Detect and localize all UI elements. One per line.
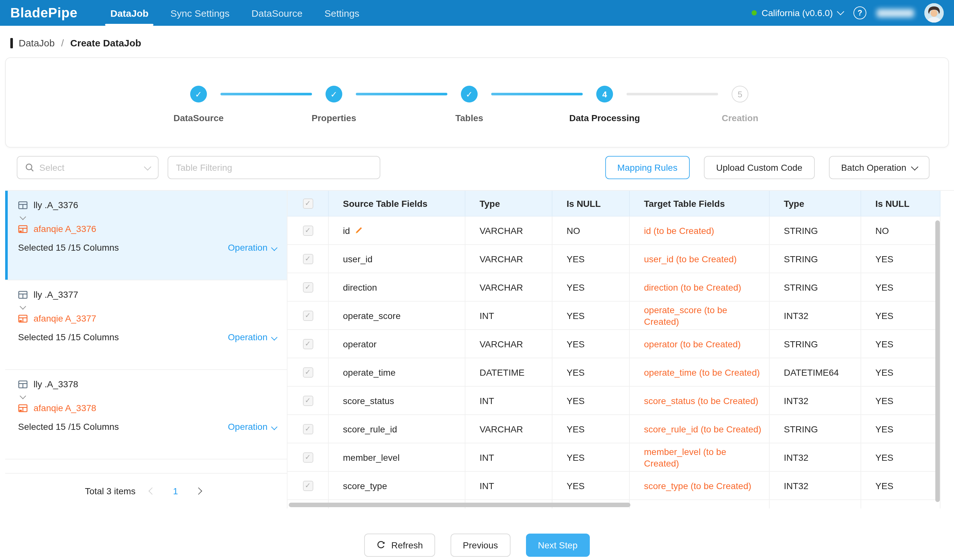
pagination-prev-button[interactable] [144, 483, 161, 499]
source-isnull-cell: YES [552, 330, 630, 358]
horizontal-scrollbar[interactable] [289, 502, 630, 507]
refresh-button[interactable]: Refresh [364, 534, 435, 557]
target-isnull-cell [861, 500, 940, 509]
batch-operation-button[interactable]: Batch Operation [829, 156, 929, 179]
refresh-label: Refresh [391, 540, 423, 550]
stepper-step: ✓ Properties [294, 86, 374, 123]
mapping-rules-button[interactable]: Mapping Rules [605, 156, 690, 179]
row-checkbox[interactable]: ✓ [302, 310, 313, 320]
status-dot-icon [751, 10, 756, 16]
row-checkbox[interactable]: ✓ [302, 424, 313, 434]
row-checkbox-cell: ✓ [287, 472, 329, 500]
source-table-icon [18, 200, 28, 210]
source-field-cell: score_rule_id [329, 415, 465, 443]
toolbar: Select Mapping Rules Upload Custom Code … [17, 156, 929, 179]
source-field-name: score_type [343, 481, 387, 491]
table-list-panel: lly .A_3376 afanqie A_3376 Selected 15 /… [5, 191, 287, 509]
avatar[interactable] [924, 3, 944, 23]
pagination-page-1[interactable]: 1 [169, 486, 182, 496]
row-checkbox-cell: ✓ [287, 387, 329, 415]
target-isnull-cell: YES [861, 415, 940, 443]
nav-item[interactable]: DataSource [240, 0, 313, 26]
step-label: Data Processing [569, 113, 640, 123]
row-checkbox[interactable]: ✓ [302, 339, 313, 349]
target-isnull-cell: YES [861, 472, 940, 500]
nav-item[interactable]: Settings [313, 0, 370, 26]
target-field-cell: score_type (to be Created) [630, 472, 770, 500]
target-field-cell: direction (to be Created) [630, 273, 770, 302]
chevron-down-icon[interactable] [20, 215, 28, 219]
target-type-cell [770, 500, 861, 509]
operation-link[interactable]: Operation [228, 242, 276, 253]
target-type-cell: STRING [770, 415, 861, 443]
operation-link[interactable]: Operation [228, 332, 276, 342]
nav-item-label: Settings [324, 8, 359, 19]
table-row: ✓ operate_score INT YES operate_score (t… [287, 302, 940, 330]
nav-item-label: DataSource [251, 8, 302, 19]
upload-custom-code-button[interactable]: Upload Custom Code [704, 156, 815, 179]
table-filter-input[interactable] [168, 156, 380, 179]
next-step-button[interactable]: Next Step [526, 534, 590, 557]
source-field-name: operate_score [343, 310, 401, 320]
row-checkbox[interactable]: ✓ [302, 452, 313, 462]
list-item[interactable]: lly .A_3377 afanqie A_3377 Selected 15 /… [5, 280, 287, 370]
row-checkbox[interactable]: ✓ [302, 282, 313, 292]
target-isnull-cell: YES [861, 302, 940, 330]
select-all-checkbox[interactable]: ✓ [302, 198, 313, 208]
chevron-down-icon [837, 8, 845, 16]
table-row: ✓ score_status INT YES score_status (to … [287, 387, 940, 415]
region-selector[interactable]: California (v0.6.0) [751, 8, 843, 18]
selected-columns-label: Selected 15 /15 Columns [18, 332, 119, 342]
step-label: Tables [455, 113, 483, 123]
row-checkbox[interactable]: ✓ [302, 367, 313, 377]
source-type-cell: INT [465, 387, 552, 415]
target-table-name: afanqie A_3378 [34, 403, 97, 413]
username-blurred [877, 9, 914, 17]
chevron-down-icon[interactable] [20, 394, 28, 398]
operation-link[interactable]: Operation [228, 422, 276, 432]
select-placeholder: Select [39, 162, 64, 173]
previous-button[interactable]: Previous [450, 534, 510, 557]
row-checkbox-cell: ✓ [287, 302, 329, 330]
row-checkbox[interactable]: ✓ [302, 225, 313, 235]
list-item[interactable]: lly .A_3378 afanqie A_3378 Selected 15 /… [5, 370, 287, 459]
chevron-down-icon[interactable] [20, 304, 28, 309]
list-item[interactable]: lly .A_3376 afanqie A_3376 Selected 15 /… [5, 191, 287, 280]
target-field-cell: user_id (to be Created) [630, 245, 770, 273]
edit-icon[interactable] [354, 226, 363, 235]
row-checkbox-cell: ✓ [287, 216, 329, 245]
header-source-isnull: Is NULL [552, 191, 630, 216]
total-items-label: Total 3 items [85, 486, 136, 496]
row-checkbox[interactable]: ✓ [302, 254, 313, 264]
nav-item[interactable]: Sync Settings [159, 0, 240, 26]
stepper-step: ✓ DataSource [159, 86, 238, 123]
source-isnull-cell: YES [552, 302, 630, 330]
table-row: ✓ score_type INT YES score_type (to be C… [287, 472, 940, 500]
source-table-icon [18, 290, 28, 299]
source-isnull-cell: YES [552, 443, 630, 472]
source-type-cell: INT [465, 302, 552, 330]
help-button[interactable]: ? [853, 6, 866, 19]
row-checkbox[interactable]: ✓ [302, 395, 313, 406]
source-type-cell: DATETIME [465, 358, 552, 387]
breadcrumb-parent[interactable]: DataJob [19, 37, 55, 48]
batch-operation-label: Batch Operation [841, 162, 906, 173]
target-type-cell: STRING [770, 216, 861, 245]
target-type-cell: STRING [770, 245, 861, 273]
target-table-name: afanqie A_3376 [34, 224, 97, 234]
row-checkbox-cell: ✓ [287, 330, 329, 358]
target-field-cell: score_status (to be Created) [630, 387, 770, 415]
pagination-next-button[interactable] [190, 483, 207, 499]
brand-logo[interactable]: BladePipe [10, 5, 77, 20]
step-circle: 4 [596, 86, 613, 103]
target-isnull-cell: YES [861, 330, 940, 358]
row-checkbox-cell: ✓ [287, 273, 329, 302]
table-select-dropdown[interactable]: Select [17, 156, 159, 179]
vertical-scrollbar[interactable] [935, 220, 940, 502]
row-checkbox[interactable]: ✓ [302, 481, 313, 491]
source-isnull-cell: YES [552, 472, 630, 500]
app-root: BladePipe DataJob Sync Settings DataSour… [0, 0, 954, 560]
target-isnull-cell: YES [861, 387, 940, 415]
source-field-cell: id [329, 216, 465, 245]
nav-item[interactable]: DataJob [99, 0, 159, 26]
